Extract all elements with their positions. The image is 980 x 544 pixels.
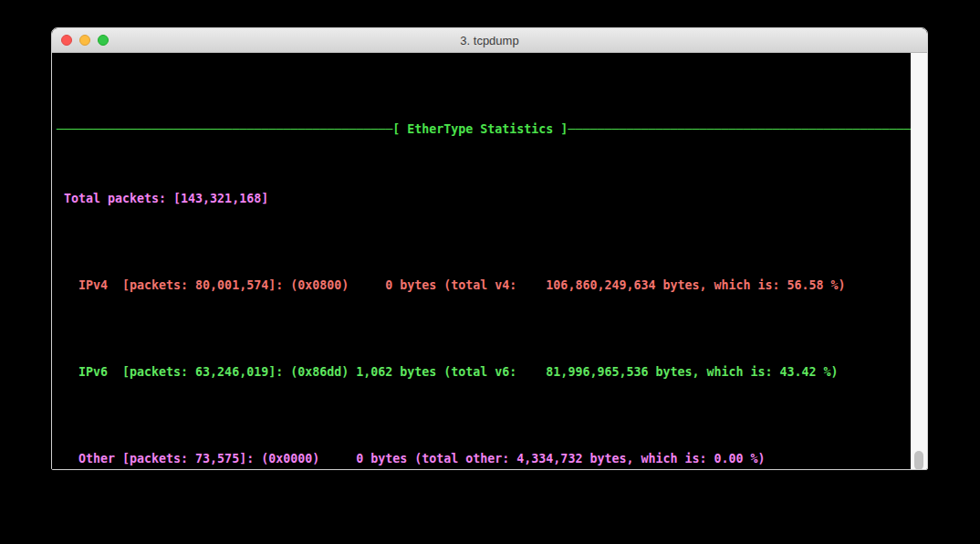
terminal-output[interactable]: ────────────────────────────────────────… bbox=[52, 53, 911, 470]
ethertype-section-title: [ EtherType Statistics ] bbox=[392, 122, 568, 136]
scrollbar[interactable] bbox=[911, 53, 927, 470]
ipv4-stats-line: IPv4 [packets: 80,001,574]: (0x0800) 0 b… bbox=[57, 277, 911, 294]
traffic-lights bbox=[61, 28, 109, 52]
minimize-button[interactable] bbox=[79, 35, 90, 46]
terminal-window: 3. tcpdump ─────────────────────────────… bbox=[51, 27, 928, 470]
titlebar[interactable]: 3. tcpdump bbox=[52, 28, 927, 53]
scrollbar-thumb[interactable] bbox=[914, 451, 923, 470]
total-packets-line: Total packets: [143,321,168] bbox=[57, 190, 911, 207]
maximize-button[interactable] bbox=[98, 35, 109, 46]
divider-line-left: ────────────────────────────────────────… bbox=[57, 122, 392, 136]
ethertype-section-divider: ────────────────────────────────────────… bbox=[57, 120, 911, 138]
window-title: 3. tcpdump bbox=[52, 34, 927, 47]
divider-line-right: ────────────────────────────────────────… bbox=[568, 122, 911, 136]
other-stats-line: Other [packets: 73,575]: (0x0000) 0 byte… bbox=[57, 450, 911, 467]
ipv6-stats-line: IPv6 [packets: 63,246,019]: (0x86dd) 1,0… bbox=[57, 363, 911, 381]
close-button[interactable] bbox=[61, 35, 72, 46]
